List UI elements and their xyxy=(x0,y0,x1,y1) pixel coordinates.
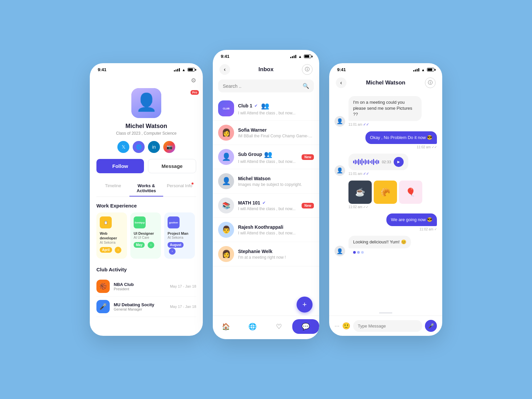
work-card-2: Sondqup UI Designer At UI Care May › xyxy=(130,212,161,259)
action-buttons: Follow Message xyxy=(96,159,196,173)
math-info: MATH 101 ✔ I will Attend the class , but… xyxy=(238,200,298,211)
club-item-mu: 🎤 MU Debating Socity General Manager May… xyxy=(96,297,196,317)
images-wrapper: ☕ 🥐 🎈 11:02 am ✓✓ xyxy=(348,181,422,209)
social-icons: 𝕏 🌐 in 📷 xyxy=(96,141,196,153)
club-list: 🏀 NBA Club President May 17 - Jan 18 🎤 M… xyxy=(96,276,196,317)
nav-chat-active[interactable]: 💬 xyxy=(292,319,319,334)
msg-sent-2: We are going now 😎 11:02 am ✓ xyxy=(334,213,437,231)
fab-compose[interactable]: + xyxy=(297,297,313,313)
phone-inbox: 9:41 ▲ ‹ Inbox ⓘ 🔍 CLUB xyxy=(213,50,319,339)
work-cards: 📋 Web developer At Sekorra April › Sondq… xyxy=(96,212,196,259)
chat-input-row: ··· 🙂 🎤 xyxy=(329,316,442,336)
inbox-item-club1[interactable]: CLUB Club 1 ✔ 👥 I will Attend the class … xyxy=(213,96,319,121)
card-month-3: August xyxy=(168,242,184,248)
back-button[interactable]: ‹ xyxy=(219,64,230,75)
msg-text-2: Looking delicious!! Yum! 😊 xyxy=(348,236,411,248)
profile-tabs: Timeline Works & Activities Personal Inf… xyxy=(96,180,196,197)
nav-heart[interactable]: ♡ xyxy=(266,323,292,331)
emoji-button[interactable]: 🙂 xyxy=(342,322,350,330)
card-role-3: Project Man xyxy=(168,231,192,236)
inbox-item-subgroup[interactable]: 👤 Sub Group 👥 I will Attend the class , … xyxy=(213,145,319,169)
sofia-info: Sofia Warner IM BBall the Final Comp Cha… xyxy=(238,127,314,138)
msg-audio: 👤 xyxy=(334,154,437,176)
mu-info: MU Debating Socity General Manager xyxy=(114,302,166,311)
nba-dates: May 17 - Jan 18 xyxy=(170,284,196,288)
inbox-item-stephanie[interactable]: 👩 Stephanie Welk I'm at a meeting right … xyxy=(213,242,319,266)
card-month-2: May xyxy=(134,242,145,248)
chat-input[interactable] xyxy=(353,320,422,332)
mu-icon: 🎤 xyxy=(96,300,110,313)
status-icons-1: ▲ xyxy=(174,68,195,72)
msg-time-images: 11:02 am ✓✓ xyxy=(348,205,422,209)
dot-1 xyxy=(353,251,356,254)
inbox-item-math[interactable]: 📚 MATH 101 ✔ I will Attend the class , b… xyxy=(213,194,319,218)
wifi-icon-2: ▲ xyxy=(298,55,302,59)
msg-time-1: 11:01 am ✓✓ xyxy=(348,122,422,127)
gear-icon[interactable]: ⚙ xyxy=(191,77,196,84)
chat-back-button[interactable]: ‹ xyxy=(336,77,346,88)
search-input[interactable] xyxy=(223,83,300,89)
linkedin-button[interactable]: in xyxy=(148,141,160,153)
msg-time-audio: 11:01 am ✓✓ xyxy=(348,172,408,176)
mic-button[interactable]: 🎤 xyxy=(425,320,437,332)
nba-name: NBA Club xyxy=(114,282,166,287)
search-icon: 🔍 xyxy=(303,83,309,89)
msg-time-sent-1: 11:02 am ✓✓ xyxy=(365,145,437,149)
nav-home[interactable]: 🏠 xyxy=(213,323,239,331)
sofia-name: Sofia Warner xyxy=(238,127,267,133)
michel-preview: Images may be subject to copyright. xyxy=(238,182,314,187)
wifi-icon-3: ▲ xyxy=(421,68,425,72)
chat-messages: 👤 I'm on a meeting could you please send… xyxy=(329,93,442,312)
club1-info: Club 1 ✔ 👥 I will Attend the class , but… xyxy=(238,102,314,115)
instagram-button[interactable]: 📷 xyxy=(163,141,175,153)
status-time-1: 9:41 xyxy=(98,67,106,72)
subgroup-avatars: 👥 xyxy=(264,150,272,158)
msg-audio-wrapper: 02:33 ▶ 11:01 am ✓✓ xyxy=(348,154,408,176)
inbox-item-sofia[interactable]: 👩 Sofia Warner IM BBall the Final Comp C… xyxy=(213,121,319,145)
audio-duration: 02:33 xyxy=(382,160,391,164)
michel-name: Michel Watson xyxy=(238,176,271,181)
info-button[interactable]: ⓘ xyxy=(302,64,313,75)
card-role-1: Web developer xyxy=(100,231,124,241)
nav-globe[interactable]: 🌐 xyxy=(239,323,266,331)
chat-header: ‹ Michel Watson ⓘ xyxy=(329,74,442,93)
card-month-1: April xyxy=(100,247,112,253)
subgroup-new-badge: New xyxy=(302,154,314,160)
follow-button[interactable]: Follow xyxy=(96,159,144,173)
card-company-3: At Sekorra xyxy=(168,236,192,239)
msg-received-2: 👤 Looking delicious!! Yum! 😊 xyxy=(334,236,437,256)
tab-works-activities[interactable]: Works & Activities xyxy=(130,180,163,197)
status-bar-3: 9:41 ▲ xyxy=(329,63,442,74)
card-arrow-2[interactable]: › xyxy=(148,242,154,248)
club1-preview: I will Attend the class , but now... xyxy=(238,111,314,115)
tab-personal-info[interactable]: Personal Info xyxy=(163,180,196,197)
rajesh-name: Rajesh Koothrappali xyxy=(238,224,283,230)
card-arrow-3[interactable]: › xyxy=(169,248,176,255)
chat-info-button[interactable]: ⓘ xyxy=(425,77,436,88)
chat-image-3: 🎈 xyxy=(399,181,422,204)
club-activity-title: Club Activity xyxy=(96,267,196,272)
inbox-item-michel[interactable]: 👤 Michel Watson Images may be subject to… xyxy=(213,169,319,194)
status-bar-2: 9:41 ▲ xyxy=(213,50,319,61)
msg-avatar-2: 👤 xyxy=(334,246,345,256)
club-item-nba: 🏀 NBA Club President May 17 - Jan 18 xyxy=(96,276,196,297)
notification-dot xyxy=(192,183,194,185)
signal-icon xyxy=(174,68,180,71)
inbox-item-rajesh[interactable]: 👨 Rajesh Koothrappali I will Attend the … xyxy=(213,218,319,242)
more-button[interactable]: ··· xyxy=(334,323,339,330)
message-button[interactable]: Message xyxy=(148,159,196,173)
web-button[interactable]: 🌐 xyxy=(133,141,145,153)
card-logo-3: gooliver xyxy=(168,216,180,228)
profile-header: ⚙ xyxy=(96,74,196,88)
dot-2 xyxy=(357,251,360,254)
nav-chat[interactable]: 💬 xyxy=(292,319,319,334)
card-arrow-1[interactable]: › xyxy=(115,247,121,253)
twitter-button[interactable]: 𝕏 xyxy=(117,141,129,153)
msg-images: ☕ 🥐 🎈 11:02 am ✓✓ xyxy=(334,181,437,209)
battery-icon-3 xyxy=(427,68,434,71)
status-bar-1: 9:41 ▲ xyxy=(90,63,203,74)
tab-timeline[interactable]: Timeline xyxy=(96,180,130,197)
play-button[interactable]: ▶ xyxy=(394,157,404,167)
stephanie-info: Stephanie Welk I'm at a meeting right no… xyxy=(238,249,314,260)
inbox-header: ‹ Inbox ⓘ xyxy=(213,61,319,79)
